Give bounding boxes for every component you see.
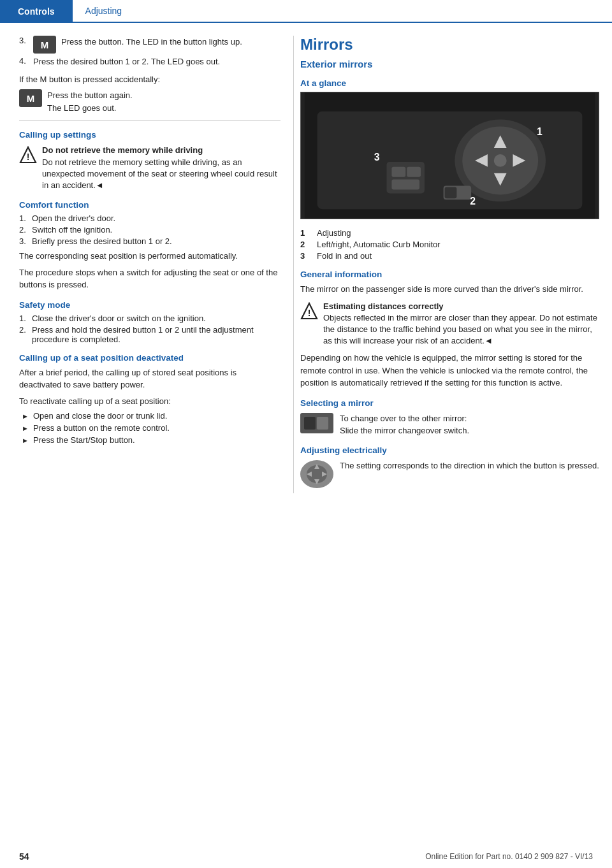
page-number: 54 bbox=[19, 851, 29, 862]
mirror-label-row-1: 1 Adjusting bbox=[300, 228, 599, 238]
m-again-line2: The LED goes out. bbox=[47, 102, 280, 115]
controls-label: Controls bbox=[18, 6, 55, 17]
step-3-row: 3. M Press the button. The LED in the bu… bbox=[19, 36, 280, 54]
comfort-step-2: 2. Switch off the ignition. bbox=[19, 225, 280, 235]
comfort-step-1: 1. Open the driver's door. bbox=[19, 213, 280, 223]
adjusting-block: The setting corresponds to the direction… bbox=[300, 460, 599, 488]
comfort-step-3: 3. Briefly press the desired button 1 or… bbox=[19, 236, 280, 246]
warning-1-line1: Do not retrieve the memory while driving bbox=[42, 145, 280, 156]
m-again-line1: Press the button again. bbox=[47, 89, 280, 102]
adjusting-line1: The setting corresponds to the direction… bbox=[340, 460, 599, 472]
warning-triangle-icon-2: ! bbox=[300, 302, 318, 320]
m-button-icon-step3: M bbox=[33, 36, 56, 54]
at-a-glance-title: At a glance bbox=[300, 78, 599, 88]
mirror-num-3: 3 bbox=[300, 251, 317, 261]
exterior-mirrors-title: Exterior mirrors bbox=[300, 59, 599, 69]
svg-rect-18 bbox=[391, 180, 419, 190]
adjusting-title: Adjusting electrically bbox=[300, 445, 599, 455]
general-info-title: General information bbox=[300, 270, 599, 279]
svg-text:2: 2 bbox=[470, 196, 476, 206]
comfort-title: Comfort function bbox=[19, 200, 280, 210]
svg-rect-16 bbox=[391, 167, 405, 177]
mirrors-main-title: Mirrors bbox=[300, 36, 599, 54]
step-4-row: 4. Press the desired button 1 or 2. The … bbox=[19, 56, 280, 68]
step-4-number: 4. bbox=[19, 56, 33, 68]
step-4-text: Press the desired button 1 or 2. The LED… bbox=[33, 56, 280, 68]
warning-triangle-icon: ! bbox=[19, 146, 37, 164]
online-edition-text: Online Edition for Part no. 0140 2 909 8… bbox=[425, 852, 593, 861]
header-adjusting-tab[interactable]: Adjusting bbox=[73, 0, 612, 23]
mirror-labels-list: 1 Adjusting 2 Left/right, Automatic Curb… bbox=[300, 228, 599, 261]
estimating-para: Objects reflected in the mirror are clos… bbox=[323, 312, 599, 347]
warning-1-line2: Do not retrieve the memory setting while… bbox=[42, 157, 280, 192]
warning-1-text: Do not retrieve the memory while driving… bbox=[42, 145, 280, 191]
comfort-para2: The procedure stops when a switch for ad… bbox=[19, 266, 280, 291]
mirror-selector-icon bbox=[300, 413, 333, 433]
calling-settings-title: Calling up settings bbox=[19, 130, 280, 140]
svg-text:!: ! bbox=[308, 308, 311, 318]
m-again-block: M Press the button again. The LED goes o… bbox=[19, 89, 280, 114]
safety-mode-title: Safety mode bbox=[19, 300, 280, 310]
svg-rect-24 bbox=[317, 417, 328, 430]
mirror-label-text-1: Adjusting bbox=[317, 228, 351, 238]
svg-rect-12 bbox=[445, 187, 457, 199]
mirror-label-text-2: Left/right, Automatic Curb Monitor bbox=[317, 240, 441, 249]
selecting-text: To change over to the other mirror: Slid… bbox=[340, 413, 599, 437]
calling-seat-title: Calling up of a seat position deactivate… bbox=[19, 353, 280, 363]
svg-text:1: 1 bbox=[537, 126, 543, 137]
general-para1: The mirror on the passenger side is more… bbox=[300, 283, 599, 296]
mirror-image: 1 2 3 bbox=[300, 92, 599, 219]
svg-rect-17 bbox=[407, 167, 421, 177]
arrow-icon-3: ► bbox=[22, 435, 33, 445]
reactivate-text-2: Press a button on the remote control. bbox=[33, 423, 170, 433]
step-3-text: Press the button. The LED in the button … bbox=[61, 36, 280, 48]
comfort-para1: The corresponding seat position is perfo… bbox=[19, 250, 280, 263]
warning-block-2: ! Estimating distances correctly Objects… bbox=[300, 301, 599, 347]
if-m-text: If the M button is pressed accidentally: bbox=[19, 73, 280, 86]
arrow-icon-1: ► bbox=[22, 411, 33, 421]
reactivate-text-1: Open and close the door or trunk lid. bbox=[33, 411, 167, 421]
reactivate-text-3: Press the Start/Stop button. bbox=[33, 435, 135, 445]
comfort-steps-list: 1. Open the driver's door. 2. Switch off… bbox=[19, 213, 280, 246]
mirror-label-row-2: 2 Left/right, Automatic Curb Monitor bbox=[300, 240, 599, 249]
selecting-line1: To change over to the other mirror: bbox=[340, 413, 599, 425]
depending-para: Depending on how the vehicle is equipped… bbox=[300, 352, 599, 389]
adjusting-text: The setting corresponds to the direction… bbox=[340, 460, 599, 472]
left-column: 3. M Press the button. The LED in the bu… bbox=[0, 36, 293, 493]
main-content: 3. M Press the button. The LED in the bu… bbox=[0, 23, 612, 493]
page-footer: 54 Online Edition for Part no. 0140 2 90… bbox=[0, 851, 612, 862]
m-again-text: Press the button again. The LED goes out… bbox=[47, 89, 280, 114]
selecting-title: Selecting a mirror bbox=[300, 398, 599, 408]
warning-block-1: ! Do not retrieve the memory while drivi… bbox=[19, 145, 280, 191]
calling-seat-para1: After a brief period, the calling up of … bbox=[19, 366, 280, 391]
svg-rect-23 bbox=[304, 417, 316, 430]
safety-step-2: 2. Press and hold the desired button 1 o… bbox=[19, 325, 280, 344]
step-3-number: 3. bbox=[19, 36, 33, 45]
svg-point-10 bbox=[494, 154, 507, 167]
svg-text:!: ! bbox=[27, 152, 30, 162]
mirror-label-row-3: 3 Fold in and out bbox=[300, 251, 599, 261]
selecting-block: To change over to the other mirror: Slid… bbox=[300, 413, 599, 437]
reactivate-bullet-1: ► Open and close the door or trunk lid. bbox=[19, 411, 280, 421]
reactivate-bullet-2: ► Press a button on the remote control. bbox=[19, 423, 280, 433]
adjuster-button-icon bbox=[300, 460, 333, 488]
selecting-line2: Slide the mirror changeover switch. bbox=[340, 425, 599, 437]
m-button-icon-again: M bbox=[19, 89, 42, 107]
safety-step-1: 1. Close the driver's door or switch on … bbox=[19, 314, 280, 323]
page-header: Controls Adjusting bbox=[0, 0, 612, 23]
header-controls-tab[interactable]: Controls bbox=[0, 0, 73, 23]
calling-seat-para2: To reactivate calling up of a seat posit… bbox=[19, 395, 280, 408]
warning-2-text: Estimating distances correctly Objects r… bbox=[323, 301, 599, 347]
mirror-num-1: 1 bbox=[300, 228, 317, 238]
mirror-label-text-3: Fold in and out bbox=[317, 251, 372, 261]
mirror-num-2: 2 bbox=[300, 240, 317, 249]
arrow-icon-2: ► bbox=[22, 423, 33, 433]
estimating-bold: Estimating distances correctly bbox=[323, 301, 599, 312]
safety-steps-list: 1. Close the driver's door or switch on … bbox=[19, 314, 280, 344]
reactivate-bullet-3: ► Press the Start/Stop button. bbox=[19, 435, 280, 445]
svg-text:3: 3 bbox=[374, 152, 380, 163]
right-column: Mirrors Exterior mirrors At a glance bbox=[293, 36, 612, 493]
divider-1 bbox=[19, 120, 280, 121]
adjusting-label: Adjusting bbox=[85, 6, 122, 16]
